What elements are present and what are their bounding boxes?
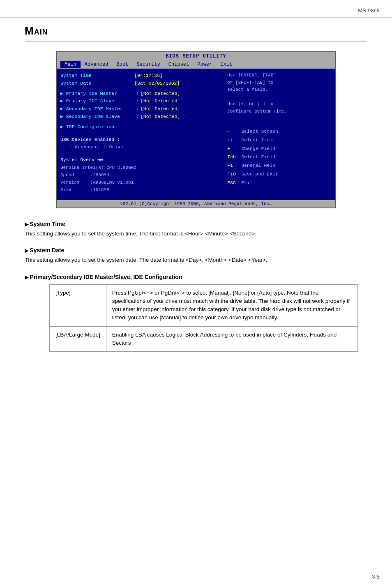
system-date-label: System Date <box>60 80 134 87</box>
bios-key-select-screen: ← Select Screen <box>227 128 332 136</box>
page-title: Main <box>25 25 367 42</box>
bios-key-esc: ESC Exit <box>227 179 332 187</box>
bios-menu-exit[interactable]: Exit <box>216 61 236 68</box>
bios-key-select-item: ↑↓ Select Item <box>227 136 332 144</box>
bios-left-panel: System Time [04:37:26] System Date [Sat … <box>60 72 220 197</box>
bios-secondary-ide-slave: ▶ Secondary IDE Slave : [Not Detected] <box>60 113 220 120</box>
page-number: 3-5 <box>372 574 380 580</box>
section-system-time-text: This setting allows you to set the syste… <box>25 230 367 238</box>
section-system-time-heading: System Time <box>25 221 367 227</box>
bios-right-panel: Use [ENTER], [TAB] or [SHIFT-TAB] to sel… <box>223 72 332 197</box>
bios-key-change-field: +- Change Field <box>227 145 332 153</box>
table-row-lba: [LBA/Large Mode] Enabling LBA causes Log… <box>50 326 358 352</box>
bios-screen: BIOS SETUP UTILITY Main Advanced Boot Se… <box>56 51 336 208</box>
system-time-value: [04:37:26] <box>134 72 163 79</box>
model-label: MS-9868 <box>358 7 380 14</box>
bios-body: System Time [04:37:26] System Date [Sat … <box>57 69 335 200</box>
bios-title-bar: BIOS SETUP UTILITY <box>57 52 335 60</box>
bios-primary-ide-slave: ▶ Primary IDE Slave : [Not Detected] <box>60 97 220 105</box>
bios-help-text: Use [ENTER], [TAB] or [SHIFT-TAB] to sel… <box>227 72 332 115</box>
bios-system-time-row: System Time [04:37:26] <box>60 72 220 79</box>
bios-menu-boot[interactable]: Boot <box>112 61 132 68</box>
bios-sysov-title: System Overview <box>60 156 220 164</box>
table-row-type: [Type] Press PgUp/<+> or PgDn/<-> to sel… <box>50 284 358 326</box>
bios-system-date-row: System Date [Sat 02/02/2002] <box>60 80 220 87</box>
bios-menu-security[interactable]: Security <box>132 61 164 68</box>
system-time-label: System Time <box>60 72 134 79</box>
bios-primary-ide-master: ▶ Primary IDE Master : [Not Detected] <box>60 90 220 97</box>
bios-sysov-size: Size :1016MB <box>60 187 220 194</box>
section-system-date-heading: System Date <box>25 247 367 254</box>
bios-menu-main[interactable]: Main <box>60 61 81 68</box>
table-cell-lba-desc: Enabling LBA causes Logical Block Addres… <box>106 326 357 352</box>
bios-secondary-ide-master: ▶ Secondary IDE Master : [Not Detected] <box>60 105 220 113</box>
section-ide-heading: Primary/Secondary IDE Master/Slave, IDE … <box>25 274 367 280</box>
bios-key-save-exit: F10 Save and Exit <box>227 171 332 178</box>
bios-sysov-speed: Speed :2800MHz <box>60 172 220 179</box>
table-cell-type-desc: Press PgUp/<+> or PgDn/<-> to select [Ma… <box>106 284 357 326</box>
bios-sysov-version: Version :A9868IMS V1.0b1 <box>60 179 220 186</box>
bios-ide-config: ▶ IDE Configuration <box>60 123 220 131</box>
bios-key-general-help: F1 General Help <box>227 162 332 170</box>
bios-footer: v02.61 (C)Copyright 1985-2006, American … <box>57 200 335 208</box>
table-cell-type-label: [Type] <box>50 284 106 326</box>
bios-usb-value: 1 Keyboard, 1 Drive <box>64 143 220 151</box>
bios-menu-chipset[interactable]: Chipset <box>164 61 193 68</box>
bios-sysov-cpu: Genuine Intel(R) CPU 2.80GHz <box>60 164 220 171</box>
bios-key-select-field: Tab Select Field <box>227 153 332 161</box>
table-cell-lba-label: [LBA/Large Mode] <box>50 326 106 352</box>
bios-usb-label: USB Devices Enabled : <box>60 136 220 143</box>
system-date-value: [Sat 02/02/2002] <box>134 80 180 87</box>
section-system-date-text: This setting allows you to set the syste… <box>25 256 367 264</box>
bios-menu-bar: Main Advanced Boot Security Chipset Powe… <box>57 60 335 69</box>
bios-menu-power[interactable]: Power <box>193 61 216 68</box>
bios-menu-advanced[interactable]: Advanced <box>81 61 113 68</box>
ide-info-table: [Type] Press PgUp/<+> or PgDn/<-> to sel… <box>49 284 358 352</box>
bios-key-bindings: ← Select Screen ↑↓ Select Item +- Change… <box>227 128 332 187</box>
